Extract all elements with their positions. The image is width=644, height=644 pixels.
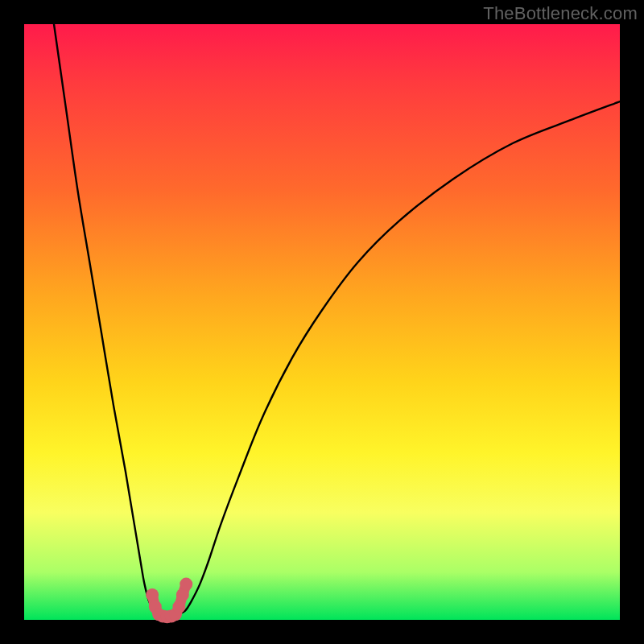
valley-dot (172, 601, 185, 613)
valley-dot (180, 578, 192, 591)
series-left (54, 24, 161, 614)
watermark-text: TheBottleneck.com (483, 3, 638, 24)
chart-plot-area (24, 24, 620, 620)
valley-marker-dots (146, 578, 192, 624)
series-right (179, 101, 620, 613)
chart-svg (24, 24, 620, 620)
chart-frame: TheBottleneck.com (0, 0, 644, 644)
valley-dot (146, 588, 159, 601)
